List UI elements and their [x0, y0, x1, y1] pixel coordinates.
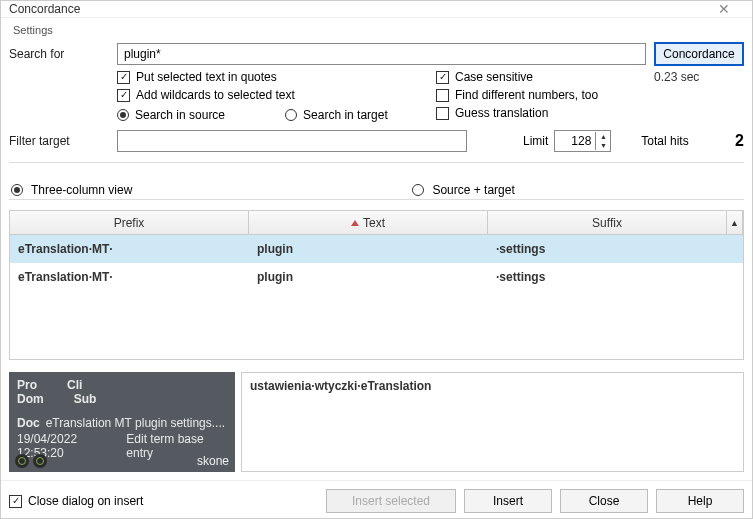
results-header: Prefix Text Suffix ▲: [10, 211, 743, 235]
close-button[interactable]: Close: [560, 489, 648, 513]
limit-value[interactable]: [555, 132, 595, 150]
sort-asc-icon: [351, 220, 359, 226]
limit-label: Limit: [523, 134, 548, 148]
col-text[interactable]: Text: [249, 211, 488, 234]
footer: ✓Close dialog on insert Insert selected …: [1, 480, 752, 519]
total-hits-label: Total hits: [641, 134, 688, 148]
radio-search-target-label: Search in target: [303, 108, 388, 122]
window-title: Concordance: [9, 2, 80, 16]
checkbox-close-on-insert-label: Close dialog on insert: [28, 494, 143, 508]
radio-three-column[interactable]: Three-column view: [11, 183, 132, 197]
filter-input[interactable]: [117, 130, 467, 152]
meta-doc-value: eTranslation MT plugin settings....: [46, 416, 225, 430]
insert-button[interactable]: Insert: [464, 489, 552, 513]
globe-icon[interactable]: [15, 454, 29, 468]
meta-panel: Pro Cli Dom Sub Doc eTranslation MT plug…: [9, 372, 235, 472]
meta-pro: Pro: [17, 378, 37, 392]
checkbox-case-sensitive-label: Case sensitive: [455, 70, 533, 84]
limit-spinner[interactable]: ▲▼: [554, 130, 611, 152]
table-row[interactable]: eTranslation·MT· plugin ·settings: [10, 235, 743, 263]
concordance-button[interactable]: Concordance: [654, 42, 744, 66]
spinner-up-icon[interactable]: ▲: [596, 132, 610, 141]
insert-selected-button: Insert selected: [326, 489, 456, 513]
content-area: Settings Search for Concordance ✓Put sel…: [1, 18, 752, 480]
help-button[interactable]: Help: [656, 489, 744, 513]
checkbox-add-wildcards-label: Add wildcards to selected text: [136, 88, 295, 102]
checkbox-find-diff-numbers-label: Find different numbers, too: [455, 88, 598, 102]
radio-three-column-label: Three-column view: [31, 183, 132, 197]
radio-search-target[interactable]: Search in target: [285, 108, 388, 122]
radio-source-target[interactable]: Source + target: [412, 183, 514, 197]
total-hits-value: 2: [735, 132, 744, 150]
checkbox-guess-translation-label: Guess translation: [455, 106, 548, 120]
globe-icon[interactable]: [33, 454, 47, 468]
checkbox-put-quotes-label: Put selected text in quotes: [136, 70, 277, 84]
search-time: 0.23 sec: [654, 70, 744, 84]
scroll-up-icon[interactable]: ▲: [727, 211, 743, 234]
meta-cli: Cli: [67, 378, 82, 392]
checkbox-guess-translation[interactable]: Guess translation: [436, 106, 646, 120]
col-suffix[interactable]: Suffix: [488, 211, 727, 234]
settings-group-label: Settings: [13, 24, 744, 36]
table-row[interactable]: eTranslation·MT· plugin ·settings: [10, 263, 743, 291]
checkbox-add-wildcards[interactable]: ✓Add wildcards to selected text: [117, 88, 388, 102]
meta-dom: Dom: [17, 392, 44, 406]
radio-search-source[interactable]: Search in source: [117, 108, 225, 122]
search-input[interactable]: [117, 43, 646, 65]
search-label: Search for: [9, 47, 109, 61]
close-icon[interactable]: ✕: [704, 1, 744, 17]
filter-label: Filter target: [9, 134, 109, 148]
radio-source-target-label: Source + target: [432, 183, 514, 197]
radio-search-source-label: Search in source: [135, 108, 225, 122]
col-prefix[interactable]: Prefix: [10, 211, 249, 234]
target-text: ustawienia·wtyczki·eTranslation: [250, 379, 431, 393]
meta-user: skone: [197, 454, 229, 468]
target-panel[interactable]: ustawienia·wtyczki·eTranslation: [241, 372, 744, 472]
checkbox-put-quotes[interactable]: ✓Put selected text in quotes: [117, 70, 388, 84]
meta-sub: Sub: [74, 392, 97, 406]
checkbox-close-on-insert[interactable]: ✓Close dialog on insert: [9, 494, 143, 508]
spinner-down-icon[interactable]: ▼: [596, 141, 610, 150]
results-table: Prefix Text Suffix ▲ eTranslation·MT· pl…: [9, 210, 744, 360]
meta-doc-label: Doc: [17, 416, 40, 430]
titlebar: Concordance ✕: [1, 1, 752, 18]
checkbox-case-sensitive[interactable]: ✓Case sensitive: [436, 70, 646, 84]
checkbox-find-diff-numbers[interactable]: Find different numbers, too: [436, 88, 646, 102]
concordance-window: Concordance ✕ Settings Search for Concor…: [0, 0, 753, 519]
